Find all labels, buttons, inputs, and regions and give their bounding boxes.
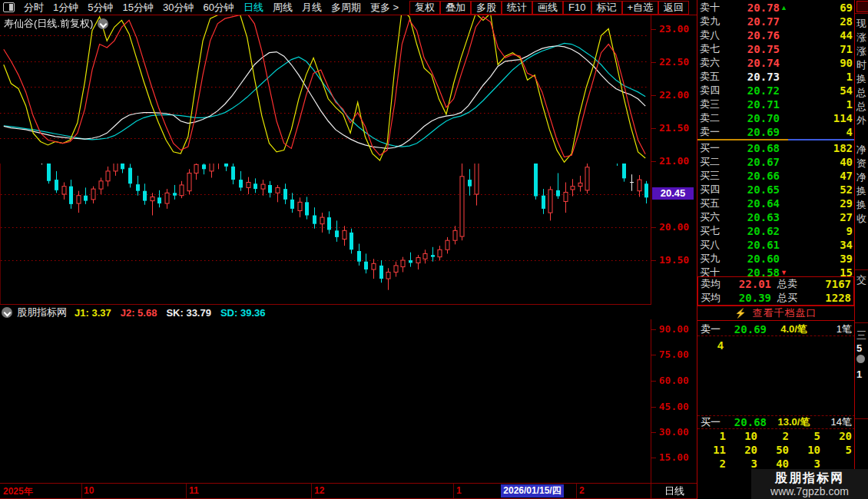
order-row-买八[interactable]: 买八20.6134	[697, 238, 855, 252]
queue-lot: 20	[823, 430, 855, 443]
month-label: 2	[579, 485, 585, 496]
indicator-axis-label: 30.00	[659, 426, 689, 438]
menu-tool-多股[interactable]: 多股	[471, 1, 502, 15]
buy-queue-row: 112050105	[697, 444, 855, 457]
month-label: 10	[84, 485, 94, 496]
order-level-label: 卖九	[700, 15, 731, 28]
queue-lot: 2	[697, 458, 729, 471]
sell-avg-label: 卖均	[701, 277, 731, 291]
order-volume: 71	[790, 43, 853, 55]
averages-box: 卖均 22.01 总卖 7167 买均 20.39 总买 1228	[697, 276, 854, 306]
menu-tool-统计[interactable]: 统计	[502, 1, 532, 15]
order-row-卖一[interactable]: 卖一20.694	[697, 125, 855, 139]
order-level-label: 卖七	[700, 42, 731, 56]
order-level-label: 买五	[700, 197, 731, 210]
menu-tool-复权[interactable]: 复权	[409, 1, 440, 15]
order-volume: 40	[790, 156, 853, 168]
order-row-卖九[interactable]: 卖九20.7728	[697, 15, 855, 28]
order-row-买九[interactable]: 买九20.6039	[697, 252, 855, 266]
menu-tool-标记[interactable]: 标记	[591, 1, 622, 15]
menu-tool-F10[interactable]: F10	[563, 1, 591, 15]
menu-period-30分钟[interactable]: 30分钟	[163, 1, 194, 15]
queue-lot: 5	[792, 430, 823, 443]
price-axis-label: 23.00	[659, 23, 689, 35]
clipped-char: 1	[856, 368, 868, 380]
buy-one-summary-row[interactable]: 买一 20.68 13.0/笔 14笔	[697, 415, 855, 429]
price-axis-label: 22.00	[659, 89, 689, 101]
menu-tool-叠加[interactable]: 叠加	[440, 1, 471, 15]
month-label: 12	[314, 485, 324, 496]
order-price: 20.62	[731, 225, 780, 237]
menu-period-月线[interactable]: 月线	[302, 1, 322, 15]
menu-period-60分钟[interactable]: 60分钟	[203, 1, 234, 15]
clipped-char: 净	[856, 143, 868, 157]
order-price: 20.71	[731, 98, 780, 111]
indicator-collapse-icon[interactable]	[2, 307, 12, 318]
order-level-label: 卖四	[700, 84, 731, 97]
order-level-label: 卖五	[700, 70, 731, 84]
order-row-买一[interactable]: 买一20.68182	[697, 141, 855, 155]
order-row-买二[interactable]: 买二20.6740	[697, 155, 855, 169]
order-price: 20.68	[731, 142, 780, 154]
sell-one-per-trade: 4.0/笔	[767, 322, 821, 336]
order-level-label: 买二	[700, 155, 731, 169]
clipped-char: 净	[856, 170, 868, 184]
indicator-value-undefined: SD: 39.36	[220, 307, 266, 319]
menu-tool-画线[interactable]: 画线	[532, 1, 563, 15]
order-row-卖五[interactable]: 卖五20.731	[697, 70, 855, 84]
order-row-卖二[interactable]: 卖二20.70114	[697, 111, 855, 125]
order-price: 20.73	[731, 71, 780, 83]
month-tick	[576, 484, 577, 498]
clipped-char: 三	[856, 329, 868, 342]
axis-tick	[651, 161, 656, 162]
clipped-char: 换	[856, 198, 868, 212]
menu-period-周线[interactable]: 周线	[273, 1, 293, 15]
order-volume: 182	[790, 142, 853, 154]
clipped-char: 总	[856, 86, 868, 100]
layout-toggle-icon[interactable]	[3, 2, 15, 12]
chart-title-row: 寿仙谷(日线.前复权)	[4, 17, 108, 31]
order-row-买四[interactable]: 买四20.6552	[697, 183, 855, 197]
order-row-卖十[interactable]: 卖十20.78▲69	[697, 1, 855, 15]
menu-period-1分钟[interactable]: 1分钟	[53, 1, 78, 15]
buy-one-label: 买一	[701, 415, 727, 429]
order-row-卖六[interactable]: 卖六20.7490	[697, 56, 855, 70]
menu-period-5分钟[interactable]: 5分钟	[88, 1, 113, 15]
period-menu: 分时1分钟5分钟15分钟30分钟60分钟日线周线月线多周期更多 >	[19, 1, 403, 15]
order-row-卖七[interactable]: 卖七20.7571	[697, 42, 855, 56]
order-volume: 54	[790, 84, 853, 97]
menu-tool-+自选[interactable]: +自选	[622, 1, 659, 15]
order-row-买三[interactable]: 买三20.6647	[697, 169, 855, 183]
order-row-卖八[interactable]: 卖八20.7644	[697, 28, 855, 42]
order-level-label: 买一	[700, 141, 731, 155]
date-axis: 2025年 101112122026/01/15/四	[0, 484, 651, 498]
order-price: 20.70	[731, 112, 780, 124]
menu-period-15分钟[interactable]: 15分钟	[122, 1, 153, 15]
order-row-买五[interactable]: 买五20.6429	[697, 197, 855, 210]
menu-period-分时[interactable]: 分时	[24, 1, 44, 15]
clipped-next-panel-strip: 现涨涨时换总总外净资净换换收交三51	[854, 0, 868, 499]
order-row-买七[interactable]: 买七20.629	[697, 224, 855, 238]
chevron-down-icon[interactable]	[98, 18, 108, 29]
view-thousand-depth-link[interactable]: 查看千档盘口	[752, 306, 817, 320]
menu-period-多周期[interactable]: 多周期	[331, 1, 361, 15]
watermark-site-name: 股朋指标网	[775, 471, 844, 485]
order-price: 20.69	[731, 126, 780, 138]
order-row-卖四[interactable]: 卖四20.7254	[697, 84, 855, 97]
sell-one-summary-row[interactable]: 卖一 20.69 4.0/笔 1笔	[697, 322, 855, 336]
order-row-卖三[interactable]: 卖三20.711	[697, 97, 855, 111]
menu-period-更多 >[interactable]: 更多 >	[370, 1, 399, 15]
axis-tick	[651, 329, 656, 330]
sell-queue-value: 4	[717, 339, 724, 352]
menu-tool-返回[interactable]: 返回	[658, 1, 689, 15]
queue-lot: 2	[760, 430, 792, 443]
axis-tick	[651, 458, 656, 458]
axis-tick	[651, 355, 656, 355]
period-badge[interactable]: 日线	[651, 484, 697, 498]
order-volume: 4	[790, 126, 853, 138]
watermark: 股朋指标网 www.7gpzb.com	[751, 469, 868, 499]
selected-date-label: 2026/01/15/四	[501, 484, 564, 497]
order-row-买六[interactable]: 买六20.6327	[697, 210, 855, 224]
menu-period-日线[interactable]: 日线	[244, 1, 263, 15]
order-price: 20.64	[731, 197, 780, 210]
